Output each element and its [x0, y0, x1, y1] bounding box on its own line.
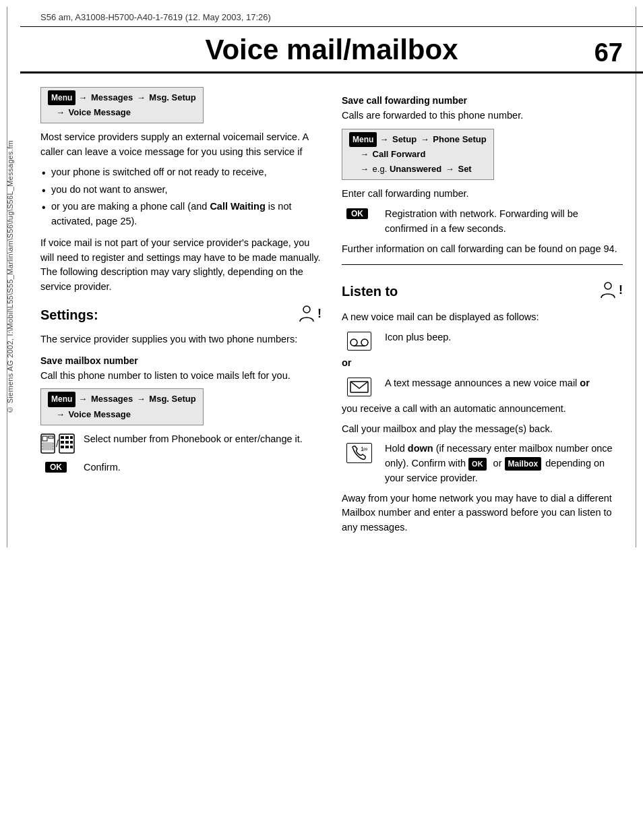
page-number: 67: [594, 38, 623, 67]
menu-badge-1: Menu: [48, 90, 75, 105]
hold-down-text: Hold down (if necessary enter mailbox nu…: [385, 442, 623, 485]
ok-badge-3: OK: [468, 458, 487, 471]
svg-text:∞: ∞: [363, 446, 367, 452]
svg-text:!: !: [317, 307, 322, 320]
envelope-icon-row: A text message announces a new voice mai…: [342, 376, 623, 396]
svg-point-19: [605, 282, 611, 289]
ok-badge-1: OK: [45, 462, 67, 473]
phonebook-label: Select number from Phonebook or enter/ch…: [84, 432, 322, 447]
nav-path-3: Menu → Setup → Phone Setup → Call Forwar…: [342, 129, 494, 181]
settings-heading: Settings: !: [40, 304, 322, 327]
nav-path-2: Menu → Messages → Msg. Setup → Voice Mes…: [40, 388, 204, 425]
envelope-icon: [350, 380, 369, 394]
voicemail-beep-label: Icon plus beep.: [385, 330, 623, 345]
settings-icon: !: [297, 304, 322, 327]
svg-rect-10: [61, 436, 64, 439]
listen-person-icon: !: [599, 280, 623, 299]
svg-rect-14: [65, 441, 69, 444]
save-forwarding-heading: Save call fowarding number: [342, 95, 623, 106]
further-info-text: Further information on call forwarding c…: [342, 242, 623, 257]
phonebook-icon-cell: /: [40, 432, 75, 455]
call-icon-box: 1 ∞: [346, 443, 372, 463]
listen-heading: Listen to: [342, 284, 398, 299]
intro-text: Most service providers supply an externa…: [40, 130, 322, 160]
divider: [342, 264, 623, 265]
call-mailbox-text: Call your mailbox and play the message(s…: [342, 422, 623, 437]
svg-rect-7: [42, 448, 53, 450]
voicemail-icon-row: Icon plus beep.: [342, 330, 623, 351]
menu-badge-3: Menu: [349, 132, 377, 147]
svg-rect-12: [70, 436, 73, 439]
provider-text: The service provider supplies you with t…: [40, 332, 322, 347]
svg-rect-6: [42, 446, 53, 447]
envelope-label: A text message announces a new voice mai…: [385, 376, 623, 391]
sidebar-label: © Siemens AG 2002, I:\Mobil\L55\S55_Marl…: [0, 0, 20, 554]
nav-path-top: Menu → Messages → Msg. Setup → Voice Mes…: [40, 87, 204, 123]
save-forwarding-text: Calls are forwarded to this phone number…: [342, 109, 623, 123]
svg-rect-2: [41, 434, 55, 453]
phonebook-icon: /: [40, 433, 75, 455]
voicemail-box: [347, 332, 371, 351]
svg-rect-13: [61, 441, 64, 444]
envelope-icon-cell: [342, 376, 377, 396]
settings-heading-label: Settings:: [40, 307, 98, 323]
svg-rect-15: [70, 441, 73, 444]
person-exclaim-icon: !: [297, 304, 322, 323]
list-item: your phone is switched off or not ready …: [40, 165, 322, 180]
mailbox-badge: Mailbox: [505, 457, 542, 471]
ok-confirm-label: Confirm.: [84, 460, 322, 475]
svg-rect-11: [65, 436, 69, 439]
followup-text: If voice mail is not part of your servic…: [40, 236, 322, 295]
save-mailbox-text: Call this phone number to listen to voic…: [40, 369, 322, 384]
envelope-box: [347, 378, 371, 396]
listen-intro: A new voice mail can be displayed as fol…: [342, 310, 623, 325]
voicemail-icon: [349, 334, 369, 348]
page-title-row: Voice mail/mailbox 67: [20, 27, 643, 73]
ok-registration-label: Registration with network. Forwarding wi…: [385, 207, 623, 237]
svg-rect-16: [61, 446, 64, 448]
enter-forwarding-text: Enter call forwarding number.: [342, 187, 623, 202]
listen-heading-row: Listen to !: [342, 274, 623, 305]
ok-badge-2: OK: [346, 208, 368, 219]
svg-point-21: [350, 339, 357, 346]
list-item: you do not want to answer,: [40, 183, 322, 198]
right-column: Save call fowarding number Calls are for…: [342, 87, 623, 541]
header-meta: S56 am, A31008-H5700-A40-1-7619 (12. May…: [20, 0, 643, 27]
svg-rect-18: [70, 446, 73, 448]
away-text: Away from your home network you may have…: [342, 491, 623, 535]
call-icon-cell: 1 ∞: [342, 442, 377, 463]
page-title: Voice mail/mailbox: [40, 34, 623, 66]
or-text: or: [342, 356, 623, 371]
voicemail-icon-cell: [342, 330, 377, 351]
hold-call-icon: 1 ∞: [348, 444, 370, 462]
svg-text:/: /: [56, 438, 59, 449]
bullet-list: your phone is switched off or not ready …: [40, 165, 322, 229]
ok-icon-cell: OK: [40, 460, 75, 473]
phonebook-row: / Select number from Phoneboo: [40, 432, 322, 455]
svg-point-22: [361, 339, 368, 346]
sidebar-text: © Siemens AG 2002, I:\Mobil\L55\S55_Marl…: [6, 140, 14, 414]
left-column: Menu → Messages → Msg. Setup → Voice Mes…: [40, 87, 322, 541]
svg-point-0: [303, 306, 310, 313]
svg-text:!: !: [619, 283, 623, 297]
svg-rect-5: [42, 443, 53, 444]
content-area: Menu → Messages → Msg. Setup → Voice Mes…: [20, 73, 643, 554]
svg-rect-3: [42, 436, 47, 441]
meta-text: S56 am, A31008-H5700-A40-1-7619 (12. May…: [40, 12, 271, 22]
list-item: or you are making a phone call (and Call…: [40, 200, 322, 229]
ok-confirm-row: OK Confirm.: [40, 460, 322, 475]
svg-rect-17: [65, 446, 69, 448]
ok-icon-cell-2: OK: [342, 207, 377, 219]
save-mailbox-heading: Save mailbox number: [40, 355, 322, 366]
receive-call-text: you receive a call with an automatic ann…: [342, 402, 623, 417]
svg-rect-4: [49, 436, 53, 438]
ok-registration-row: OK Registration with network. Forwarding…: [342, 207, 623, 237]
menu-badge-2: Menu: [48, 392, 75, 407]
hold-down-row: 1 ∞ Hold down (if necessary enter mailbo…: [342, 442, 623, 485]
